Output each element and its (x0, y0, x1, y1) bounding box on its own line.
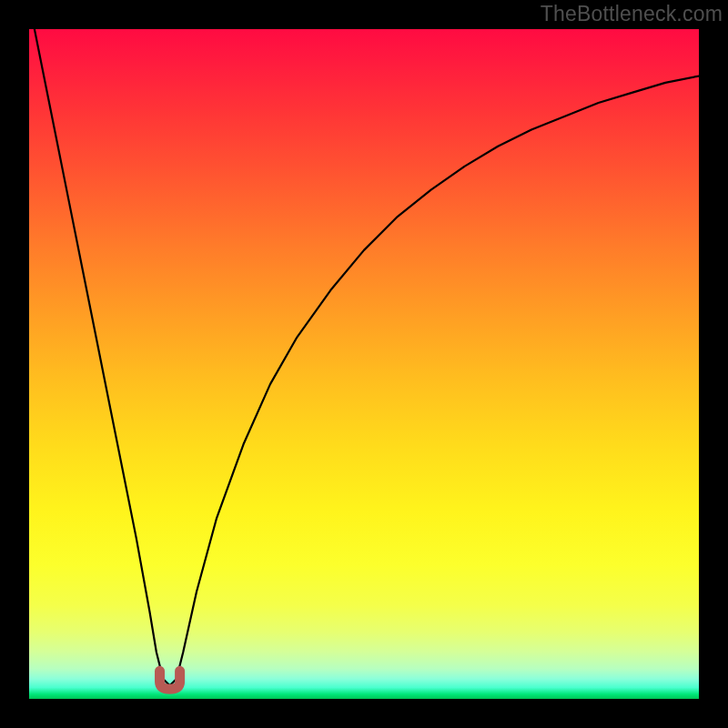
watermark-text: TheBottleneck.com (541, 2, 723, 26)
optimal-point-marker (160, 671, 180, 689)
chart-svg (29, 29, 699, 699)
chart-frame: TheBottleneck.com (0, 0, 728, 728)
chart-plot-area (29, 29, 699, 699)
bottleneck-curve (29, 29, 699, 685)
